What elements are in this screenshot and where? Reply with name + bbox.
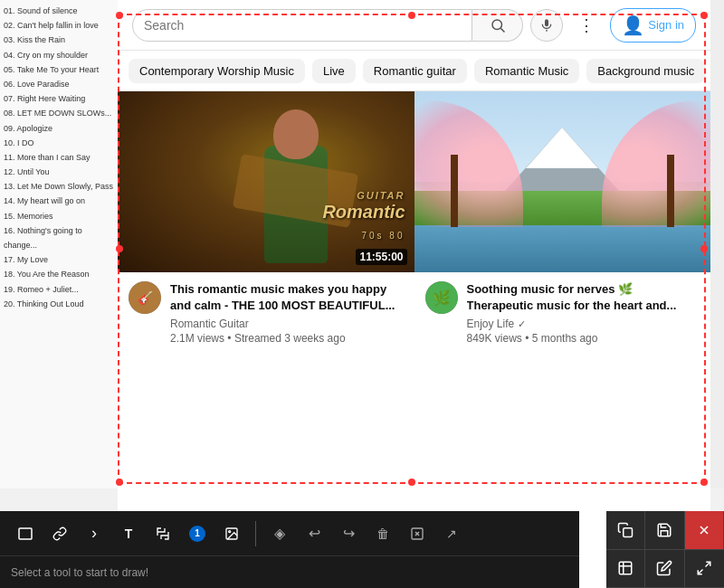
link-icon: [52, 526, 67, 541]
delete-btn[interactable]: 🗑: [368, 519, 397, 548]
chevron-tool-btn[interactable]: ›: [80, 519, 109, 548]
chip-background-music[interactable]: Background music: [586, 59, 705, 83]
search-input[interactable]: [144, 18, 461, 33]
avatar-2: 🌿: [425, 281, 458, 314]
send-btn[interactable]: ↗: [437, 519, 466, 548]
svg-rect-10: [624, 528, 633, 537]
chip-romantic-music[interactable]: Romantic Music: [474, 59, 579, 83]
track-19: 19. Romeo + Juliet...: [4, 282, 114, 297]
left-sidebar: 01. Sound of silence 02. Can't help fall…: [0, 0, 118, 488]
crop-icon: [156, 526, 170, 541]
status-text: Select a tool to start to draw!: [11, 566, 148, 579]
toolbar-status: Select a tool to start to draw!: [0, 556, 579, 588]
channel-name-2: Enjoy Life ✓: [467, 318, 700, 330]
video-meta-1: This romantic music makes you happy and …: [170, 281, 404, 345]
thumbnail-2: [414, 91, 711, 272]
video-card-1[interactable]: 01. Sound of silence 02. Can't help fall…: [118, 91, 414, 354]
text-tool-btn[interactable]: T: [114, 519, 143, 548]
track-10: 10. I DO: [4, 136, 114, 150]
svg-point-0: [492, 20, 502, 30]
badge-number: 1: [189, 526, 205, 542]
sign-in-button[interactable]: 👤 Sign in: [610, 8, 696, 43]
video-stats-2: 849K views • 5 months ago: [467, 332, 700, 345]
track-11: 11. More than I can Say: [4, 150, 114, 165]
crop-panel-icon: [617, 560, 634, 576]
chip-live[interactable]: Live: [312, 59, 356, 83]
svg-rect-2: [545, 19, 548, 26]
video-info-2: 🌿 Soothing music for nerves 🌿 Therapeuti…: [414, 272, 711, 354]
save-panel-btn[interactable]: [645, 511, 684, 550]
track-9: 09. Apologize: [4, 121, 114, 136]
track-16: 16. Nothing's going to change...: [4, 223, 114, 252]
svg-line-17: [699, 570, 703, 574]
svg-rect-4: [19, 528, 32, 539]
svg-rect-13: [619, 563, 632, 575]
crop-tool-btn[interactable]: [148, 519, 177, 548]
main-content: ⋮ 👤 Sign in Contemporary Worship Music L…: [118, 0, 710, 588]
track-7: 07. Right Here Waiting: [4, 91, 114, 106]
track-14: 14. My heart will go on: [4, 194, 114, 208]
image-tool-btn[interactable]: [217, 519, 246, 548]
delete-alt-icon: [410, 526, 424, 541]
fill-tool-btn[interactable]: ◈: [265, 519, 294, 548]
image-icon: [224, 526, 239, 541]
toolbar-tools: › T 1 ◈ ↩ ↪ 🗑 ↗: [0, 511, 579, 556]
rectangle-tool-btn[interactable]: [11, 519, 40, 548]
delete-alt-btn[interactable]: [403, 519, 432, 548]
track-6: 06. Love Paradise: [4, 77, 114, 91]
video-grid: 01. Sound of silence 02. Can't help fall…: [118, 91, 710, 354]
search-icon: [490, 17, 506, 33]
undo-btn[interactable]: ↩: [300, 519, 329, 548]
svg-line-16: [706, 563, 710, 567]
badge-tool-btn[interactable]: 1: [183, 519, 212, 548]
search-button[interactable]: [472, 9, 523, 42]
track-12: 12. Until You: [4, 165, 114, 179]
track-1: 01. Sound of silence: [4, 4, 114, 18]
edit-panel-btn[interactable]: [645, 550, 684, 589]
channel-name-1: Romantic Guitar: [170, 318, 404, 330]
copy-icon: [617, 522, 634, 538]
verified-icon: ✓: [518, 318, 526, 330]
tracklist: 01. Sound of silence 02. Can't help fall…: [0, 0, 118, 315]
mic-icon: [539, 18, 554, 33]
filter-bar: Contemporary Worship Music Live Romantic…: [118, 51, 710, 91]
link-tool-btn[interactable]: [45, 519, 74, 548]
avatar-1: 🎸: [129, 281, 161, 314]
track-2: 02. Can't help fallin in love: [4, 18, 114, 33]
crop-panel2-btn[interactable]: [606, 550, 645, 589]
chip-contemporary[interactable]: Contemporary Worship Music: [129, 59, 305, 83]
track-4: 04. Cry on my shoulder: [4, 48, 114, 62]
header: ⋮ 👤 Sign in: [118, 0, 710, 51]
track-20: 20. Thinking Out Loud: [4, 297, 114, 311]
copy-panel-btn[interactable]: [606, 511, 645, 550]
save-icon: [656, 522, 672, 538]
scrollbar[interactable]: [710, 0, 724, 488]
track-15: 15. Memories: [4, 209, 114, 223]
video-title-2: Soothing music for nerves 🌿 Therapeutic …: [467, 281, 700, 314]
video-card-2[interactable]: 🌿 Soothing music for nerves 🌿 Therapeuti…: [414, 91, 711, 354]
header-actions: ⋮ 👤 Sign in: [570, 8, 696, 43]
track-5: 05. Take Me To your Heart: [4, 62, 114, 77]
more-options-button[interactable]: ⋮: [570, 9, 603, 42]
video-title-1: This romantic music makes you happy and …: [170, 281, 404, 314]
toolbar-divider: [255, 521, 256, 546]
expand-panel-btn[interactable]: [685, 550, 724, 589]
expand-icon: [696, 560, 712, 576]
mic-button[interactable]: [530, 9, 563, 42]
guitar-thumbnail-bg: GUITAR Romantic 70s 80 11:55:00: [118, 91, 414, 272]
track-18: 18. You Are the Reason: [4, 267, 114, 281]
chip-romantic-guitar[interactable]: Romantic guitar: [363, 59, 467, 83]
redo-btn[interactable]: ↪: [334, 519, 363, 548]
track-3: 03. Kiss the Rain: [4, 33, 114, 47]
sign-in-label: Sign in: [648, 18, 684, 32]
video-stats-1: 2.1M views • Streamed 3 weeks ago: [170, 332, 404, 345]
close-icon: [697, 523, 711, 537]
thumbnail-1: 01. Sound of silence 02. Can't help fall…: [118, 91, 414, 272]
svg-point-6: [229, 530, 231, 532]
close-panel-btn[interactable]: [685, 511, 724, 550]
rectangle-icon: [18, 526, 33, 541]
track-13: 13. Let Me Down Slowly, Pass: [4, 179, 114, 194]
search-bar: [132, 9, 472, 42]
mountain-thumbnail-bg: [414, 91, 711, 272]
video-info-1: 🎸 This romantic music makes you happy an…: [118, 272, 414, 354]
